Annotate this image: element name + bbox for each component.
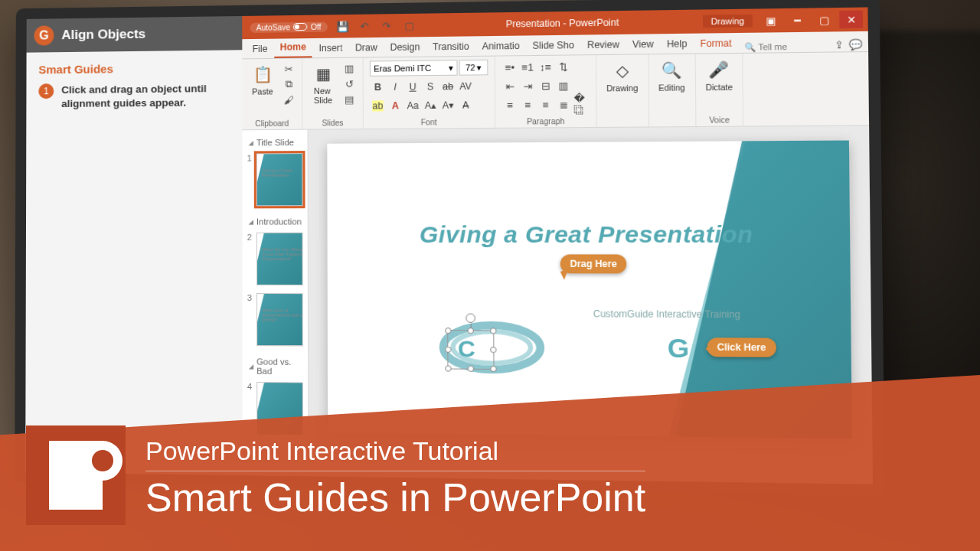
layout-icon[interactable]: ▥ xyxy=(342,61,357,75)
video-title-banner: PowerPoint Interactive Tutorial Smart Gu… xyxy=(0,375,980,551)
align-right-button[interactable]: ≡ xyxy=(537,96,554,112)
mode-badge: Drawing xyxy=(703,15,753,28)
decrease-indent-button[interactable]: ⇤ xyxy=(501,78,518,94)
rotate-handle-icon[interactable] xyxy=(466,314,475,323)
group-paragraph: ≡• ≡1 ↕≡ ⇅ ⇤ ⇥ ⊟ ▥ xyxy=(495,55,597,128)
tab-home[interactable]: Home xyxy=(275,38,312,58)
ribbon-display-icon[interactable]: ▣ xyxy=(760,11,783,29)
copy-icon[interactable]: ⧉ xyxy=(281,77,295,91)
resize-handle[interactable] xyxy=(490,328,496,334)
resize-handle[interactable] xyxy=(490,366,496,372)
group-label: Font xyxy=(370,118,488,127)
shadow-button[interactable]: S xyxy=(423,79,439,95)
dictate-button[interactable]: 🎤 Dictate xyxy=(702,57,736,93)
clear-format-button[interactable]: A̶ xyxy=(458,97,474,113)
shapes-icon: ◇ xyxy=(610,60,633,82)
tutorial-title: Align Objects xyxy=(61,27,145,43)
group-slides: ▦ New Slide ▥ ↺ ▤ Slides xyxy=(302,58,364,129)
tab-view[interactable]: View xyxy=(626,35,659,54)
section-heading[interactable]: Title Slide xyxy=(247,135,303,151)
columns-button[interactable]: ▥ xyxy=(555,77,571,93)
letter-g-object[interactable]: G xyxy=(668,333,690,364)
powerpoint-logo-icon xyxy=(26,425,126,525)
comments-icon[interactable]: 💬 xyxy=(848,37,864,51)
tutorial-header: G Align Objects xyxy=(27,16,243,53)
reset-icon[interactable]: ↺ xyxy=(342,77,357,90)
redo-icon[interactable]: ↷ xyxy=(380,18,394,33)
increase-indent-button[interactable]: ⇥ xyxy=(520,78,536,94)
resize-handle[interactable] xyxy=(468,366,474,372)
format-painter-icon[interactable]: 🖌 xyxy=(282,93,296,106)
mic-icon: 🎤 xyxy=(707,58,731,80)
grow-font-button[interactable]: A▴ xyxy=(423,98,439,114)
font-name-select[interactable]: Eras Demi ITC▾ xyxy=(370,60,458,77)
line-spacing-button[interactable]: ↕≡ xyxy=(537,59,554,75)
thumbnail-slide-2[interactable]: 2What Do You Want To Know After Today's … xyxy=(247,233,303,285)
letter-c-object[interactable]: C xyxy=(458,335,475,362)
close-button[interactable]: ✕ xyxy=(839,11,863,28)
undo-icon[interactable]: ↶ xyxy=(358,19,372,34)
text-direction-button[interactable]: ⇅ xyxy=(555,59,571,75)
tell-me-search[interactable]: 🔍 Tell me xyxy=(744,42,787,53)
highlight-button[interactable]: ab xyxy=(370,98,386,114)
document-title: Presentation - PowerPoint xyxy=(424,16,703,31)
tab-design[interactable]: Design xyxy=(384,38,426,57)
section-icon[interactable]: ▤ xyxy=(342,92,357,106)
maximize-button[interactable]: ▢ xyxy=(812,11,836,28)
share-icon[interactable]: ⇪ xyxy=(831,37,847,52)
tab-review[interactable]: Review xyxy=(581,36,625,54)
save-icon[interactable]: 💾 xyxy=(335,19,350,33)
tab-slideshow[interactable]: Slide Sho xyxy=(527,37,580,55)
strike-button[interactable]: ab xyxy=(440,79,456,95)
resize-handle[interactable] xyxy=(490,347,496,353)
tab-format[interactable]: Format xyxy=(694,34,737,54)
cut-icon[interactable]: ✂ xyxy=(281,62,295,76)
shrink-font-button[interactable]: A▾ xyxy=(440,97,456,113)
align-text-button[interactable]: ⊟ xyxy=(537,78,554,94)
thumbnail-slide-3[interactable]: 3What kind of presentations are you givi… xyxy=(247,293,303,347)
group-label: Voice xyxy=(703,116,737,125)
ribbon: 📋 Paste ✂ ⧉ 🖌 Clipboard xyxy=(242,52,869,130)
tab-draw[interactable]: Draw xyxy=(350,39,384,57)
tab-help[interactable]: Help xyxy=(661,35,693,54)
tab-transitions[interactable]: Transitio xyxy=(427,37,475,56)
resize-handle[interactable] xyxy=(445,347,451,353)
align-left-button[interactable]: ≡ xyxy=(501,97,518,113)
numbering-button[interactable]: ≡1 xyxy=(519,59,535,75)
section-heading[interactable]: Introduction xyxy=(247,214,303,229)
paste-button[interactable]: 📋 Paste xyxy=(249,62,277,98)
spacing-button[interactable]: AV xyxy=(458,79,474,95)
underline-button[interactable]: U xyxy=(405,79,421,95)
change-case-button[interactable]: Aa xyxy=(405,98,421,114)
font-color-button[interactable]: A xyxy=(387,98,403,114)
bullets-button[interactable]: ≡• xyxy=(501,59,518,75)
new-slide-icon: ▦ xyxy=(312,63,335,85)
smartart-button[interactable]: �⿻ xyxy=(573,96,590,112)
tab-file[interactable]: File xyxy=(247,41,273,59)
find-icon: 🔍 xyxy=(660,59,683,81)
new-slide-button[interactable]: ▦ New Slide xyxy=(309,61,337,106)
group-label: Paragraph xyxy=(502,117,590,126)
italic-button[interactable]: I xyxy=(387,79,403,95)
autosave-toggle[interactable]: AutoSave Off xyxy=(250,21,328,32)
bold-button[interactable]: B xyxy=(370,80,386,96)
customguide-logo-icon: G xyxy=(34,25,54,45)
tab-animations[interactable]: Animatio xyxy=(476,37,525,56)
editing-button[interactable]: 🔍 Editing xyxy=(655,57,688,94)
tab-insert[interactable]: Insert xyxy=(313,39,348,57)
slide-subtitle[interactable]: CustomGuide Interactive Training xyxy=(593,308,740,320)
justify-button[interactable]: ≣ xyxy=(555,96,571,112)
align-center-button[interactable]: ≡ xyxy=(520,96,536,112)
step-text: Click and drag an object until alignment… xyxy=(61,82,230,112)
drawing-button[interactable]: ◇ Drawing xyxy=(603,58,642,95)
font-size-select[interactable]: 72 ▾ xyxy=(459,60,488,76)
selection-box[interactable]: C xyxy=(447,330,494,370)
minimize-button[interactable]: ━ xyxy=(786,11,809,29)
toggle-pill-icon xyxy=(293,23,307,31)
slide-title[interactable]: Giving a Great Presentation xyxy=(328,220,851,248)
resize-handle[interactable] xyxy=(445,365,451,371)
start-slideshow-icon[interactable]: ▢ xyxy=(402,18,416,33)
resize-handle[interactable] xyxy=(445,328,451,334)
resize-handle[interactable] xyxy=(467,328,473,334)
thumbnail-slide-1[interactable]: 1Giving a Great Presentation xyxy=(247,153,303,206)
